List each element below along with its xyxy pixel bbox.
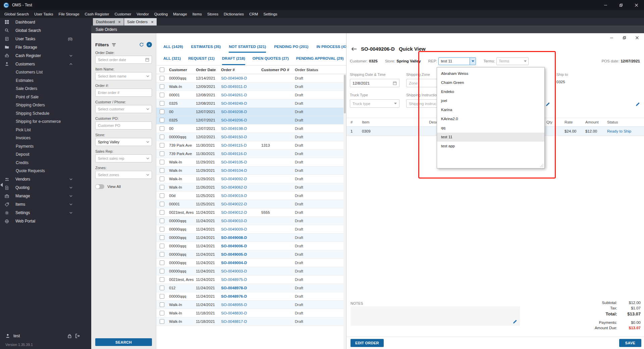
order-number-link[interactable]: SO-0049206-D <box>221 118 247 122</box>
row-checkbox[interactable] <box>160 160 164 164</box>
rep-option-test-11[interactable]: test 11 <box>437 133 544 142</box>
rep-option-endeko[interactable]: Endeko <box>437 87 544 96</box>
row-checkbox[interactable] <box>160 319 164 324</box>
rep-option-joel[interactable]: joel <box>437 96 544 105</box>
row-checkbox[interactable] <box>160 93 164 97</box>
menu-item-items[interactable]: Items <box>190 12 205 16</box>
row-checkbox[interactable] <box>160 244 164 248</box>
table-row[interactable]: 0012/07/2021SO-0049208-DDraft <box>156 108 346 116</box>
status-tab-estimates-35[interactable]: ESTIMATES (35) <box>191 41 221 53</box>
table-row[interactable]: 032512/08/2021SO-0049249-DDraft <box>156 99 346 108</box>
sidebar-item-vendors[interactable]: Vendors <box>0 175 91 184</box>
order-number-link[interactable]: SO-0049198-D <box>221 127 247 131</box>
notes-box[interactable] <box>351 306 520 326</box>
menu-item-quoting[interactable]: Quoting <box>152 12 170 16</box>
row-checkbox[interactable] <box>160 151 164 156</box>
quickview-restore-button[interactable] <box>618 34 631 42</box>
table-row[interactable]: Walk-In11/29/2021SO-0049105-DDraft <box>156 158 346 166</box>
table-row[interactable]: Walk-In11/18/2021SO-0048817-DDraft <box>156 317 346 326</box>
order-number-link[interactable]: SO-0049005-D <box>221 252 247 256</box>
sidebar-item-quoting[interactable]: Quoting <box>0 184 91 192</box>
order-number-link[interactable]: SO-0049009-D <box>221 227 247 231</box>
sidebar-subitem-estimates[interactable]: Estimates <box>0 77 91 85</box>
row-checkbox[interactable] <box>160 202 164 206</box>
window-minimize-button[interactable] <box>598 0 613 10</box>
order-number-link[interactable]: SO-0049261-D <box>221 93 247 97</box>
menu-item-dictionaries[interactable]: Dictionaries <box>221 12 247 16</box>
order-number-link[interactable]: SO-0049311-D <box>221 85 247 89</box>
order-number-link[interactable]: SO-0049003-D <box>221 269 247 273</box>
sidebar-subitem-invoices[interactable]: Invoices <box>0 134 91 142</box>
sidebar-item-global-search[interactable]: Global Search <box>0 26 91 35</box>
tab-close-icon[interactable]: × <box>118 20 121 24</box>
search-button[interactable]: SEARCH <box>95 338 152 346</box>
save-button[interactable]: SAVE <box>619 339 641 347</box>
sidebar-subitem-quote-requests[interactable]: Quote Requests <box>0 167 91 175</box>
sidebar-subitem-point-of-sale[interactable]: Point of Sale <box>0 93 91 101</box>
orders-scrollbar[interactable] <box>343 74 346 349</box>
window-restore-button[interactable] <box>613 0 629 10</box>
row-checkbox[interactable] <box>160 126 164 131</box>
row-checkbox[interactable] <box>160 277 164 282</box>
order-number-link[interactable]: SO-0048975-D <box>221 278 247 282</box>
row-checkbox[interactable] <box>160 210 164 215</box>
row-checkbox[interactable] <box>160 235 164 240</box>
table-row[interactable]: 00000qqq11/24/2021SO-0049009-DDraft <box>156 225 346 234</box>
table-row[interactable]: 739 Park Ave11/30/2021SO-0049115-D1313Dr… <box>156 141 346 150</box>
filter-sales-rep-select[interactable]: Select sales rep <box>95 154 152 162</box>
sidebar-subitem-shipping-orders[interactable]: Shipping Orders <box>0 101 91 109</box>
filter-item-name-select[interactable]: Select item name <box>95 72 152 80</box>
tab-close-icon[interactable]: × <box>151 20 154 24</box>
row-checkbox[interactable] <box>160 185 164 190</box>
order-number-link[interactable]: SO-0049008-D <box>221 236 247 240</box>
order-number-link[interactable]: SO-0049010-D <box>221 219 247 223</box>
menu-item-user-tasks[interactable]: User Tasks <box>32 12 56 16</box>
table-row[interactable]: 00000qqq12/14/2021SO-0049409-DDraft <box>156 74 346 83</box>
row-checkbox[interactable] <box>160 294 164 299</box>
order-number-link[interactable]: SO-0049022-D <box>221 202 247 206</box>
menu-item-crm[interactable]: CRM <box>247 12 261 16</box>
row-checkbox[interactable] <box>160 76 164 81</box>
menu-item-customer[interactable]: Customer <box>112 12 134 16</box>
menu-item-manage[interactable]: Manage <box>170 12 190 16</box>
sidebar-collapse-icon[interactable] <box>0 183 3 187</box>
edit-order-button[interactable]: EDIT ORDER <box>351 339 384 347</box>
rep-option-chaim-green[interactable]: Chaim Green <box>437 78 544 87</box>
order-number-link[interactable]: SO-0048817-D <box>221 319 247 323</box>
row-checkbox[interactable] <box>160 286 164 290</box>
filter-customer-po-textbox[interactable] <box>98 123 149 128</box>
row-checkbox[interactable] <box>160 101 164 106</box>
sidebar-subitem-shipping-schedule[interactable]: Shipping Schedule <box>0 109 91 118</box>
order-number-link[interactable]: SO-0049019-D <box>221 194 247 198</box>
quickview-close-button[interactable] <box>631 34 643 42</box>
row-checkbox[interactable] <box>160 260 164 265</box>
sidebar-subitem-pick-list[interactable]: Pick List <box>0 126 91 134</box>
row-checkbox[interactable] <box>160 143 164 148</box>
select-all-checkbox[interactable] <box>160 67 164 72</box>
tab-dashboard[interactable]: Dashboard× <box>93 18 124 26</box>
lock-icon[interactable] <box>67 334 72 338</box>
order-number-link[interactable]: SO-0049006-D <box>221 244 247 248</box>
filter-order-input[interactable] <box>95 89 152 97</box>
resize-grip-icon[interactable] <box>540 164 543 167</box>
filter-order-date-date-input[interactable]: Select order date <box>95 56 152 64</box>
sidebar-item-file-storage[interactable]: File Storage <box>0 43 91 51</box>
order-number-link[interactable]: SO-0049150-D <box>221 135 247 139</box>
row-checkbox[interactable] <box>160 252 164 257</box>
sidebar-subitem-payments[interactable]: Payments <box>0 142 91 151</box>
sidebar-subitem-customers-list[interactable]: Customers List <box>0 68 91 77</box>
logout-icon[interactable] <box>75 334 80 338</box>
clear-filters-icon[interactable]: × <box>147 42 152 47</box>
table-row[interactable]: Walk-In11/24/2021SO-0048955-DDraft <box>156 301 346 309</box>
status-tab-all-1429[interactable]: ALL (1429) <box>163 41 183 53</box>
table-row[interactable]: 00000qqq11/24/2021SO-0049003-DDraft <box>156 267 346 276</box>
row-checkbox[interactable] <box>160 109 164 114</box>
column-header-order[interactable]: Order # <box>221 68 261 72</box>
scrollbar-thumb[interactable] <box>344 75 346 113</box>
rep-dropdown-arrow-icon[interactable] <box>470 58 476 65</box>
tab-sale-orders[interactable]: Sale Orders× <box>124 18 157 26</box>
table-row[interactable]: 0021test, Ares11/24/2021SO-0049012-D5555… <box>156 208 346 217</box>
edit-ship-to-icon[interactable] <box>636 102 640 106</box>
status-tab-not-started-321[interactable]: NOT STARTED (321) <box>229 41 266 53</box>
row-checkbox[interactable] <box>160 84 164 89</box>
